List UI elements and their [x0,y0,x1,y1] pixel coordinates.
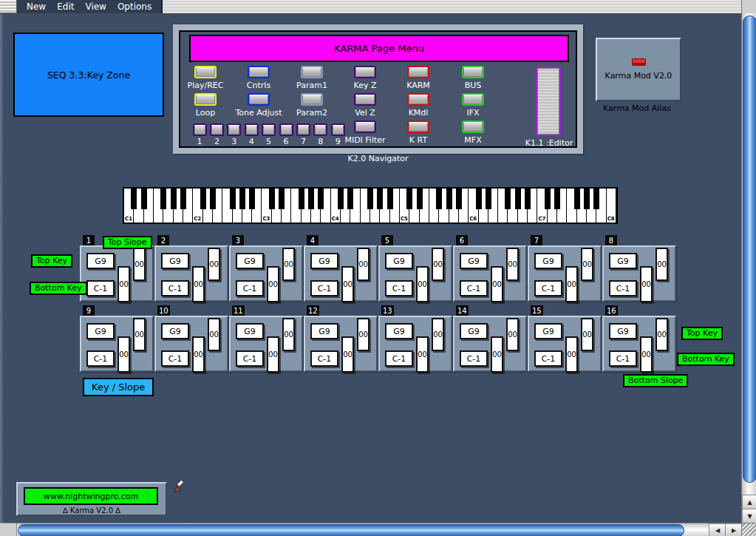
zone-bottom-slope-slider[interactable]: 00 [565,266,578,302]
zone-top-key-field[interactable]: G9 [385,253,413,269]
piano-black-key[interactable] [239,189,245,209]
piano-black-key[interactable] [515,189,521,209]
zone-bottom-key-field[interactable]: C-1 [609,280,637,296]
midi-filter-button[interactable] [354,121,376,133]
nav-num-button-2[interactable] [210,123,224,136]
zone-bottom-slope-slider[interactable]: 00 [640,336,653,373]
zone-bottom-key-field[interactable]: C-1 [385,350,413,367]
piano-black-key[interactable] [180,189,186,209]
zone-top-slope-slider[interactable]: 00 [357,318,370,351]
zone-top-key-field[interactable]: G9 [609,323,637,339]
zone-bottom-key-field[interactable]: C-1 [385,280,413,296]
nav-num-button-8[interactable] [313,123,327,136]
zone-bottom-slope-slider[interactable]: 00 [118,266,130,302]
piano-black-key[interactable] [141,189,147,209]
piano-black-key[interactable] [417,189,423,209]
zone-top-key-field[interactable]: G9 [460,323,488,339]
zone-top-slope-slider[interactable]: 00 [208,318,220,351]
piano-black-key[interactable] [505,189,511,209]
nav-num-button-3[interactable] [227,123,241,136]
ifx-button[interactable] [462,93,484,106]
piano-black-key[interactable] [456,189,462,209]
nav-num-button-4[interactable] [245,123,259,136]
piano-black-key[interactable] [486,189,491,209]
nav-num-button-5[interactable] [262,123,276,136]
piano-black-key[interactable] [377,189,383,209]
piano-black-key[interactable] [367,189,373,209]
zone-bottom-key-field[interactable]: C-1 [161,350,189,367]
piano-black-key[interactable] [230,189,236,209]
zone-top-key-field[interactable]: G9 [310,323,338,339]
piano-black-key[interactable] [525,189,531,209]
zone-bottom-key-field[interactable]: C-1 [609,350,637,367]
zone-bottom-key-field[interactable]: C-1 [460,280,488,296]
zone-bottom-slope-slider[interactable]: 00 [267,336,279,373]
cntrls-button[interactable] [248,66,270,78]
scroll-down-button[interactable] [742,509,756,524]
menu-item-edit[interactable]: Edit [57,1,74,12]
zone-top-slope-slider[interactable]: 00 [208,248,220,281]
zone-top-slope-slider[interactable]: 00 [432,318,444,351]
zone-top-slope-slider[interactable]: 00 [655,318,668,351]
piano-black-key[interactable] [131,189,137,209]
piano-black-key[interactable] [545,189,551,209]
zone-top-key-field[interactable]: G9 [609,253,637,269]
piano-black-key[interactable] [387,189,393,209]
param2-button[interactable] [301,93,323,106]
zone-top-key-field[interactable]: G9 [161,253,189,269]
k-rt-button[interactable] [407,121,429,133]
zone-top-key-field[interactable]: G9 [534,253,562,269]
zone-bottom-slope-slider[interactable]: 00 [192,336,205,373]
bus-button[interactable] [462,66,484,78]
zone-bottom-slope-slider[interactable]: 00 [565,336,578,373]
zone-top-key-field[interactable]: G9 [385,323,413,339]
zone-top-key-field[interactable]: G9 [86,253,115,269]
piano-black-key[interactable] [347,189,353,209]
menu-item-options[interactable]: Options [118,1,151,12]
zone-top-slope-slider[interactable]: 00 [282,248,295,281]
zone-top-slope-slider[interactable]: 00 [655,248,668,281]
piano-black-key[interactable] [210,189,216,209]
zone-bottom-slope-slider[interactable]: 00 [192,266,205,302]
editor-slider[interactable] [536,67,561,136]
zone-bottom-key-field[interactable]: C-1 [460,350,488,367]
piano-keyboard[interactable]: C1C2C3C4C5C6C7C8 [123,187,618,224]
piano-black-key[interactable] [200,189,206,209]
vel-z-button[interactable] [354,93,376,106]
karma-mod-alias-box[interactable]: Karma Mod V2.0 [596,38,681,101]
piano-black-key[interactable] [269,189,275,209]
zone-top-slope-slider[interactable]: 00 [357,248,370,281]
piano-black-key[interactable] [160,189,166,209]
piano-black-key[interactable] [249,189,255,209]
zone-top-slope-slider[interactable]: 00 [506,318,519,351]
zone-bottom-slope-slider[interactable]: 00 [416,266,429,302]
zone-bottom-slope-slider[interactable]: 00 [416,336,429,373]
piano-black-key[interactable] [436,189,442,209]
zone-bottom-key-field[interactable]: C-1 [534,280,562,296]
loop-button[interactable] [194,93,217,106]
piano-black-key[interactable] [476,189,482,209]
piano-black-key[interactable] [299,189,304,209]
zone-bottom-slope-slider[interactable]: 00 [341,266,354,302]
zone-top-key-field[interactable]: G9 [310,253,338,269]
piano-black-key[interactable] [171,189,177,209]
zone-bottom-slope-slider[interactable]: 00 [491,266,503,302]
piano-black-key[interactable] [584,189,590,209]
tone-adjust-button[interactable] [248,93,270,106]
menu-item-new[interactable]: New [27,1,46,12]
play-rec-button[interactable] [194,66,217,78]
piano-black-key[interactable] [279,189,285,209]
zone-top-slope-slider[interactable]: 00 [282,318,295,351]
zone-top-key-field[interactable]: G9 [236,253,264,269]
zone-bottom-slope-slider[interactable]: 00 [341,336,354,373]
zone-bottom-key-field[interactable]: C-1 [161,280,189,296]
piano-black-key[interactable] [574,189,580,209]
key-z-button[interactable] [354,66,376,78]
piano-black-key[interactable] [446,189,452,209]
website-link[interactable]: www.nightwingpro.com [24,487,158,505]
zone-top-slope-slider[interactable]: 00 [581,318,593,351]
zone-bottom-key-field[interactable]: C-1 [310,350,338,367]
nav-num-button-7[interactable] [296,123,310,136]
window-resize-grip[interactable] [741,523,756,536]
zone-bottom-key-field[interactable]: C-1 [534,350,562,367]
